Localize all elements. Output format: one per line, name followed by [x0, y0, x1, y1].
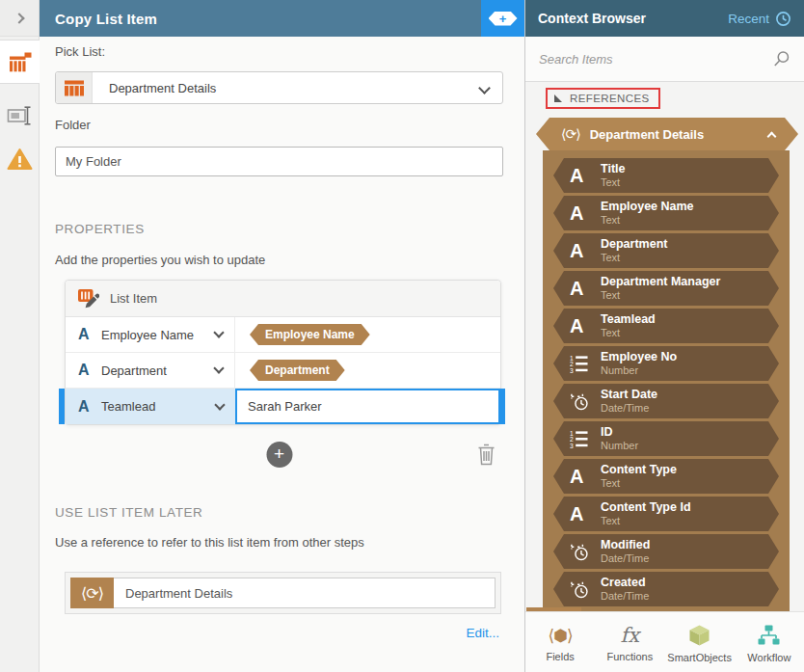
text-icon: A: [570, 165, 601, 187]
property-value-cell[interactable]: Employee Name: [235, 317, 500, 352]
field-type: Text: [601, 252, 667, 264]
field-name: Teamlead: [601, 312, 656, 326]
reference-field-item[interactable]: A Content Type Id Text: [553, 497, 779, 531]
property-value-input[interactable]: [235, 389, 500, 424]
references-section-toggle[interactable]: REFERENCES: [546, 88, 660, 109]
chevron-up-icon: [767, 131, 777, 141]
panel-header: Copy List Item: [40, 0, 524, 37]
properties-description: Add the properties you wish to update: [55, 253, 503, 267]
reference-group-header[interactable]: ⟨⟳⟩ Department Details: [536, 118, 798, 150]
field-name: Start Date: [601, 388, 657, 401]
field-name: Department: [601, 237, 667, 251]
reference-field-item[interactable]: A Employee Name Text: [553, 196, 779, 230]
recent-label: Recent: [728, 12, 769, 26]
field-type: Date/Time: [601, 402, 657, 415]
context-browser-tabs: ⟨⬢⟩ Fields fx Functions SmartObjects: [525, 611, 804, 672]
text-icon: A: [78, 362, 92, 379]
rename-icon: [7, 105, 33, 126]
reference-field-item[interactable]: Start Date Date/Time: [553, 384, 779, 418]
panel-body: Pick List: Department Details: [40, 44, 524, 640]
table-actions: +: [55, 442, 503, 469]
search-icon[interactable]: [773, 50, 791, 67]
property-name: Teamlead: [101, 399, 206, 414]
sidebar-tab-rename[interactable]: [0, 105, 39, 126]
delete-property-button[interactable]: [477, 444, 496, 470]
scrollbar-thumb[interactable]: [526, 607, 581, 611]
reference-field-item[interactable]: 123 Employee No Number: [553, 346, 779, 381]
copy-list-item-panel: Copy List Item + Pick List:: [40, 0, 525, 672]
reference-field-item[interactable]: Created Date/Time: [553, 572, 779, 606]
add-property-button[interactable]: +: [266, 442, 292, 468]
property-selector[interactable]: A Department: [66, 353, 235, 388]
number-icon: 123: [570, 354, 601, 373]
text-icon: A: [570, 315, 601, 337]
field-type: Text: [601, 176, 625, 189]
reference-field-item[interactable]: Modified Date/Time: [553, 534, 779, 569]
property-row-selected: A Teamlead: [66, 389, 500, 424]
text-icon: A: [570, 466, 601, 488]
reference-field-item[interactable]: 123 ID Number: [553, 421, 779, 456]
reference-field-item[interactable]: A Department Text: [553, 233, 779, 268]
pick-list-label: Pick List:: [55, 44, 503, 59]
panel-title: Copy List Item: [55, 11, 157, 27]
reference-field-list: A Title Text A Employee Name Text A Depa…: [543, 150, 790, 611]
table-icon: [56, 72, 93, 103]
datetime-icon: [570, 579, 601, 600]
reference-name-field[interactable]: Department Details: [114, 578, 496, 608]
field-type: Text: [601, 515, 691, 527]
reference-tree: ⟨⟳⟩ Department Details A Title Text A Em…: [525, 118, 804, 611]
reference-icon: ⟨⟳⟩: [561, 126, 580, 142]
chevron-down-icon: [480, 79, 489, 96]
reference-field-item[interactable]: A Teamlead Text: [553, 309, 779, 343]
folder-input[interactable]: [55, 147, 503, 176]
edit-reference-link[interactable]: Edit...: [55, 626, 503, 640]
reference-output-box: ⟨⟳⟩ Department Details: [65, 572, 501, 614]
field-type: Text: [601, 214, 694, 227]
tab-fields[interactable]: ⟨⬢⟩ Fields: [525, 612, 595, 672]
list-icon: [8, 51, 33, 73]
tab-workflow[interactable]: Workflow: [735, 612, 804, 672]
field-name: Employee Name: [601, 200, 694, 213]
tab-smartobjects[interactable]: SmartObjects: [665, 612, 735, 672]
property-row: A Department Department: [66, 353, 500, 389]
tab-label: SmartObjects: [667, 652, 732, 663]
recent-button[interactable]: Recent: [728, 11, 791, 27]
reference-field-item[interactable]: A Content Type Text: [553, 459, 779, 494]
warning-icon: [7, 148, 33, 171]
references-label: REFERENCES: [570, 93, 650, 104]
field-type: Text: [601, 477, 677, 490]
chevron-down-icon: [213, 363, 224, 373]
selection-cap: [499, 389, 505, 424]
svg-text:3: 3: [570, 367, 574, 373]
collapse-panel-button[interactable]: [0, 0, 39, 37]
pick-list-value: Department Details: [93, 81, 480, 95]
chevron-down-icon: [214, 399, 225, 410]
reference-value-chip[interactable]: Employee Name: [250, 324, 370, 345]
context-browser-header: Context Browser Recent: [525, 0, 804, 37]
sidebar-tab-list-item-step[interactable]: [0, 40, 40, 84]
property-selector[interactable]: A Teamlead: [66, 389, 235, 424]
reference-field-item[interactable]: A Department Manager Text: [553, 271, 779, 306]
field-name: Employee No: [601, 350, 677, 363]
field-type: Text: [601, 289, 720, 302]
left-sidebar: [0, 0, 40, 672]
text-icon: A: [570, 202, 601, 225]
datetime-icon: [570, 391, 601, 412]
reference-field-item[interactable]: A Title Text: [553, 158, 779, 193]
tab-functions[interactable]: fx Functions: [595, 612, 664, 672]
use-later-heading: USE LIST ITEM LATER: [55, 505, 503, 520]
pick-list-dropdown[interactable]: Department Details: [55, 71, 503, 104]
sidebar-tab-warnings[interactable]: [0, 148, 39, 171]
plus-hexagon-icon: +: [489, 12, 518, 26]
property-value-cell[interactable]: Department: [235, 353, 500, 388]
property-selector[interactable]: A Employee Name: [66, 317, 235, 352]
text-icon: A: [570, 503, 601, 525]
field-type: Date/Time: [601, 590, 649, 603]
triangle-icon: [554, 94, 562, 102]
svg-text:3: 3: [570, 443, 574, 448]
properties-table-header: List Item: [66, 281, 500, 317]
search-input[interactable]: [539, 52, 773, 67]
field-name: Modified: [601, 538, 650, 551]
reference-value-chip[interactable]: Department: [250, 360, 345, 381]
add-reference-button[interactable]: +: [481, 0, 524, 37]
